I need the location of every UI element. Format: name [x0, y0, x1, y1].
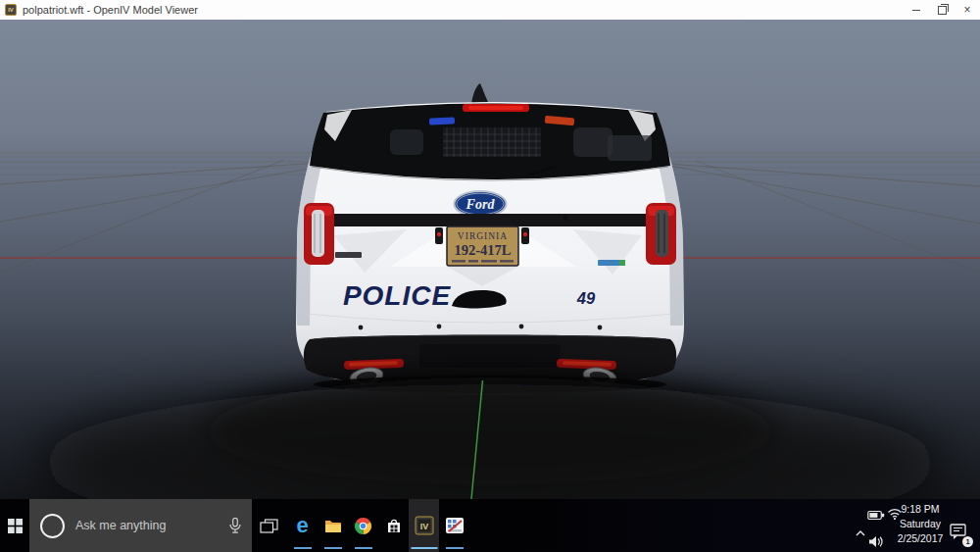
chrome-icon: [354, 517, 372, 535]
search-placeholder: Ask me anything: [75, 519, 166, 532]
file-explorer-icon: [323, 516, 343, 535]
minimize-icon: [912, 10, 920, 11]
partition-cage: [443, 127, 541, 157]
desktop-screen: IV polpatriot.wft - OpenIV Model Viewer …: [0, 0, 980, 552]
taskbar-app-store[interactable]: [378, 499, 409, 552]
tray-date: 2/25/2017: [892, 531, 949, 546]
svg-text:VIRGINIA: VIRGINIA: [458, 231, 508, 241]
tray-time: 9:18 PM: [892, 502, 949, 517]
close-button[interactable]: ×: [955, 0, 980, 20]
taskbar-app-file-explorer[interactable]: [318, 499, 348, 552]
taskbar: Ask me anything e: [0, 499, 980, 552]
running-indicator: [355, 547, 372, 549]
model-tool-icon: [445, 516, 465, 535]
chevron-up-icon: [854, 528, 867, 538]
notification-badge: 1: [962, 536, 973, 547]
svg-text:Ford: Ford: [466, 197, 496, 212]
microphone-icon[interactable]: [229, 518, 241, 534]
taskbar-app-model-tool[interactable]: [439, 499, 469, 552]
running-indicator: [446, 547, 464, 549]
search-box[interactable]: Ask me anything: [29, 499, 252, 552]
windows-logo-icon: [8, 519, 23, 533]
tailgate-trim: [333, 214, 647, 226]
unit-number: 49: [576, 289, 596, 307]
taskbar-app-openiv[interactable]: IV: [409, 499, 439, 552]
interior-blue-light: [429, 117, 455, 125]
window-titlebar[interactable]: IV polpatriot.wft - OpenIV Model Viewer …: [0, 0, 980, 20]
svg-text:192-417L: 192-417L: [455, 242, 512, 258]
taskbar-app-chrome[interactable]: [348, 499, 378, 552]
task-view-icon: [260, 519, 278, 533]
restore-icon: [938, 6, 947, 15]
edge-icon: e: [296, 513, 308, 538]
battery-icon: [867, 510, 885, 521]
running-indicator: [324, 547, 342, 549]
battery-status[interactable]: [867, 509, 885, 524]
start-button[interactable]: [0, 499, 29, 552]
store-icon: [384, 516, 404, 535]
window-title: polpatriot.wft - OpenIV Model Viewer: [23, 4, 198, 16]
tray-overflow-chevron[interactable]: [854, 527, 867, 541]
speaker-icon: [868, 535, 884, 548]
task-view-button[interactable]: [252, 499, 285, 552]
roof-antenna: [471, 83, 489, 104]
minimize-button[interactable]: [904, 0, 929, 20]
model-viewport[interactable]: Ford: [0, 20, 980, 499]
openiv-app-icon: IV: [5, 4, 17, 16]
right-taillight: [646, 203, 676, 265]
system-tray: 9:18 PM Saturday 2/25/2017 1: [848, 499, 980, 552]
left-taillight: [304, 203, 334, 265]
ford-logo: Ford: [455, 191, 507, 217]
action-center-button[interactable]: 1: [950, 524, 968, 543]
license-plate: VIRGINIA 192-417L: [447, 226, 518, 266]
restore-button[interactable]: [929, 0, 955, 20]
running-indicator: [294, 547, 312, 549]
police-livery-text: POLICE: [343, 280, 452, 311]
volume-status[interactable]: [868, 535, 884, 551]
model-render: Ford: [0, 20, 980, 499]
taskbar-apps: e: [287, 499, 469, 552]
taskbar-app-edge[interactable]: e: [287, 499, 318, 552]
active-indicator: [411, 547, 437, 550]
clock[interactable]: 9:18 PM Saturday 2/25/2017: [892, 502, 949, 546]
police-vehicle-model: Ford: [296, 83, 684, 393]
left-model-badge: [335, 252, 362, 258]
tray-day: Saturday: [892, 517, 949, 531]
vehicle-shadow: [39, 377, 941, 499]
openiv-icon: IV: [415, 516, 434, 535]
svg-text:IV: IV: [419, 522, 428, 531]
cortana-icon: [40, 514, 65, 538]
